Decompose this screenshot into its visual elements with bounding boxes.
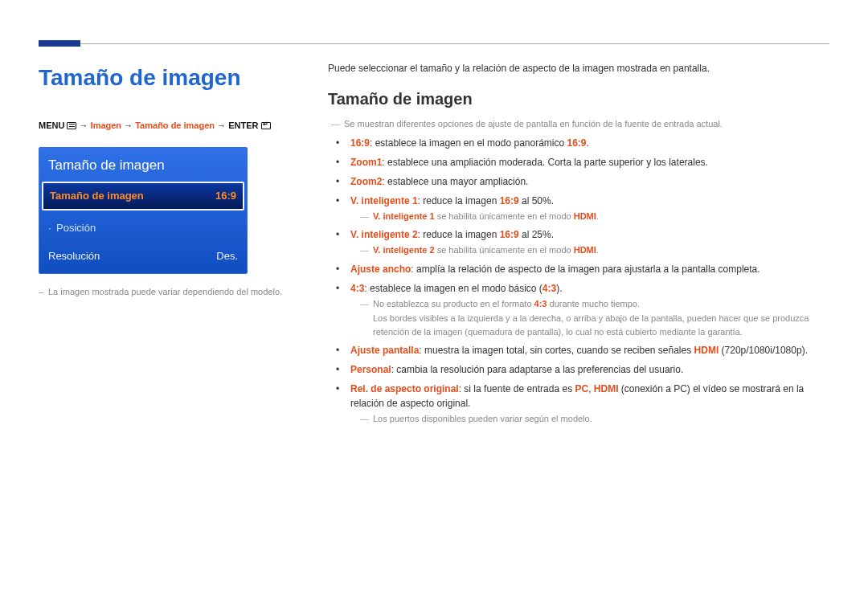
osd-row-resolucion[interactable]: Resolución Des. xyxy=(39,242,248,274)
enter-icon xyxy=(261,122,271,129)
intro-text: Puede seleccionar el tamaño y la relació… xyxy=(328,61,829,76)
options-vary-note: Se muestran diferentes opciones de ajust… xyxy=(328,117,829,131)
opt-vint2: V. inteligente 2: reduce la imagen 16:9 … xyxy=(344,227,829,257)
opt-ajuste-ancho: Ajuste ancho: amplía la relación de aspe… xyxy=(344,262,829,276)
osd-row-tamano[interactable]: Tamaño de imagen 16:9 xyxy=(42,182,244,210)
header-rule xyxy=(39,32,829,47)
section-heading: Tamaño de imagen xyxy=(328,87,829,111)
opt-rel-aspecto: Rel. de aspecto original: si la fuente d… xyxy=(344,382,829,426)
breadcrumb-tamano: Tamaño de imagen xyxy=(135,121,215,130)
opt-16-9: 16:9: establece la imagen en el modo pan… xyxy=(344,136,829,150)
menu-icon xyxy=(67,122,76,129)
breadcrumb: MENU → Imagen → Tamaño de imagen → ENTER xyxy=(39,119,296,133)
options-list: 16:9: establece la imagen en el modo pan… xyxy=(328,136,829,426)
header-rule-line xyxy=(39,43,829,44)
opt-ajuste-pantalla: Ajuste pantalla: muestra la imagen total… xyxy=(344,343,829,358)
breadcrumb-imagen: Imagen xyxy=(91,121,122,130)
right-column: Puede seleccionar el tamaño y la relació… xyxy=(328,61,829,431)
osd-row-tamano-value: 16:9 xyxy=(215,188,236,204)
osd-row-posicion[interactable]: Posición xyxy=(39,214,248,243)
note-4-3-b: Los bordes visibles a la izquierda y a l… xyxy=(373,312,829,338)
opt-personal: Personal: cambia la resolución para adap… xyxy=(344,362,829,377)
osd-row-tamano-label: Tamaño de imagen xyxy=(50,188,144,204)
left-foot-note: La imagen mostrada puede variar dependie… xyxy=(39,285,296,299)
left-column: Tamaño de imagen MENU → Imagen → Tamaño … xyxy=(39,61,296,431)
breadcrumb-menu-label: MENU xyxy=(39,121,64,130)
osd-menu: Tamaño de imagen Tamaño de imagen 16:9 P… xyxy=(39,147,248,274)
osd-title: Tamaño de imagen xyxy=(39,147,248,182)
ports-note: Los puertos disponibles pueden variar se… xyxy=(357,412,829,426)
header-rule-marker xyxy=(39,40,80,47)
opt-vint1: V. inteligente 1: reduce la imagen 16:9 … xyxy=(344,194,829,223)
vint1-note: V. inteligente 1 se habilita únicamente … xyxy=(357,210,829,223)
opt-zoom2: Zoom2: establece una mayor ampliación. xyxy=(344,174,829,189)
osd-row-posicion-label: Posición xyxy=(56,220,96,236)
opt-4-3: 4:3: establece la imagen en el modo bási… xyxy=(344,281,829,339)
opt-zoom1: Zoom1: establece una ampliación moderada… xyxy=(344,155,829,170)
breadcrumb-enter-label: ENTER xyxy=(228,121,258,130)
osd-row-resolucion-label: Resolución xyxy=(48,248,100,264)
vint2-note: V. inteligente 2 se habilita únicamente … xyxy=(357,243,829,257)
note-4-3-a: No establezca su producto en el formato … xyxy=(357,297,829,311)
page-title: Tamaño de imagen xyxy=(39,61,296,95)
osd-row-resolucion-value: Des. xyxy=(216,248,238,264)
